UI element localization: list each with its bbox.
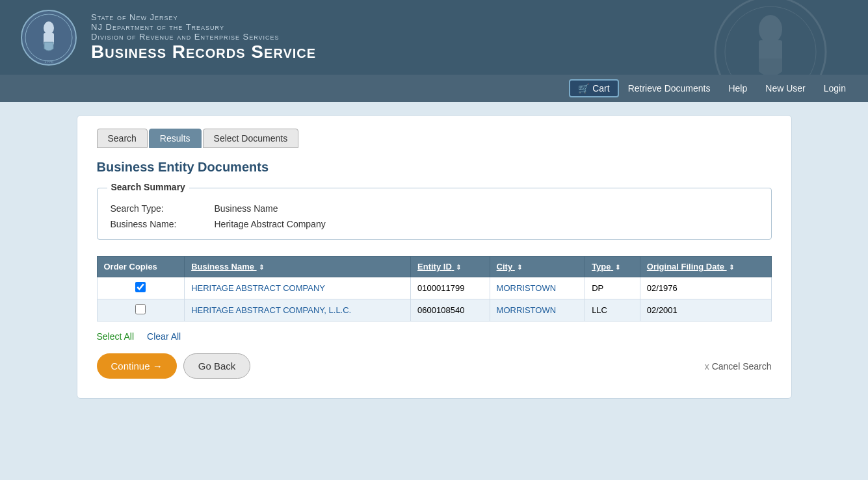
- select-clear-row: Select All Clear All: [97, 331, 772, 342]
- svg-point-2: [44, 21, 54, 34]
- header-line2: NJ Department of the Treasury: [91, 22, 316, 32]
- business-name-cell[interactable]: HERITAGE ABSTRACT COMPANY, L.L.C.: [185, 299, 411, 322]
- header-watermark: [712, 0, 829, 75]
- continue-button[interactable]: Continue →: [97, 353, 177, 379]
- cancel-x-icon: x: [705, 361, 709, 372]
- navbar: 🛒 Cart Retrieve Documents Help New User …: [0, 75, 868, 102]
- tab-select-documents[interactable]: Select Documents: [203, 129, 299, 148]
- city-sort-icon: ⇕: [517, 264, 522, 271]
- nj-seal: 1776: [20, 8, 78, 67]
- svg-point-7: [759, 15, 782, 44]
- order-copies-cell[interactable]: [97, 277, 185, 299]
- header-line3: Division of Revenue and Enterprise Servi…: [91, 32, 316, 42]
- main-content: Search Results Select Documents Business…: [0, 102, 868, 412]
- page-title: Business Entity Documents: [97, 160, 772, 175]
- select-all-link[interactable]: Select All: [97, 331, 135, 342]
- type-cell: DP: [585, 277, 640, 299]
- entity-id-sort-icon: ⇕: [456, 264, 461, 271]
- cart-label: Cart: [592, 83, 609, 94]
- retrieve-documents-link[interactable]: Retrieve Documents: [619, 83, 720, 94]
- tab-search[interactable]: Search: [97, 129, 148, 148]
- summary-name-row: Business Name: Heritage Abstract Company: [111, 219, 758, 229]
- new-user-link[interactable]: New User: [756, 83, 814, 94]
- col-header-order-copies: Order Copies: [97, 257, 185, 277]
- cancel-search-container: xCancel Search: [705, 360, 772, 372]
- city-cell[interactable]: MORRISTOWN: [490, 299, 585, 322]
- summary-name-value: Heritage Abstract Company: [215, 219, 326, 229]
- summary-type-row: Search Type: Business Name: [111, 203, 758, 214]
- col-header-business-name[interactable]: Business Name ⇕: [185, 257, 411, 277]
- cancel-search-link[interactable]: xCancel Search: [705, 361, 772, 372]
- order-copies-checkbox[interactable]: [135, 304, 146, 314]
- header-text-block: State of New Jersey NJ Department of the…: [91, 12, 316, 62]
- tab-results[interactable]: Results: [149, 129, 202, 148]
- city-sort-link[interactable]: City: [497, 262, 515, 272]
- site-header: 1776 State of New Jersey NJ Department o…: [0, 0, 868, 75]
- action-left: Continue → Go Back: [97, 353, 251, 379]
- type-sort-icon: ⇕: [615, 264, 620, 271]
- login-link[interactable]: Login: [815, 83, 855, 94]
- col-header-city[interactable]: City ⇕: [490, 257, 585, 277]
- filing-date-cell: 02/1976: [640, 277, 771, 299]
- go-back-button[interactable]: Go Back: [183, 353, 251, 379]
- business-name-link[interactable]: HERITAGE ABSTRACT COMPANY, L.L.C.: [191, 305, 351, 315]
- type-sort-link[interactable]: Type: [592, 262, 613, 272]
- filing-date-cell: 02/2001: [640, 299, 771, 322]
- city-link[interactable]: MORRISTOWN: [497, 305, 556, 315]
- summary-name-label: Business Name:: [111, 219, 215, 229]
- order-copies-cell[interactable]: [97, 299, 185, 322]
- table-row: HERITAGE ABSTRACT COMPANY0100011799MORRI…: [97, 277, 771, 299]
- col-header-filing-date[interactable]: Original Filing Date ⇕: [640, 257, 771, 277]
- clear-all-link[interactable]: Clear All: [147, 331, 181, 342]
- search-summary: Search Summary Search Type: Business Nam…: [97, 188, 772, 240]
- content-box: Search Results Select Documents Business…: [77, 115, 792, 399]
- business-name-cell[interactable]: HERITAGE ABSTRACT COMPANY: [185, 277, 411, 299]
- header-line4: Business Records Service: [91, 42, 316, 62]
- summary-type-value: Business Name: [215, 203, 278, 214]
- header-line1: State of New Jersey: [91, 12, 316, 22]
- entity-id-cell: 0600108540: [411, 299, 490, 322]
- search-summary-legend: Search Summary: [107, 182, 189, 192]
- filing-date-sort-link[interactable]: Original Filing Date: [647, 262, 727, 272]
- business-name-link[interactable]: HERITAGE ABSTRACT COMPANY: [191, 283, 325, 293]
- action-row: Continue → Go Back xCancel Search: [97, 353, 772, 379]
- col-header-entity-id[interactable]: Entity ID ⇕: [411, 257, 490, 277]
- cart-icon: 🛒: [578, 83, 589, 94]
- business-name-sort-icon: ⇕: [259, 264, 264, 271]
- order-copies-checkbox[interactable]: [135, 282, 146, 292]
- business-name-sort-link[interactable]: Business Name: [191, 262, 256, 272]
- filing-date-sort-icon: ⇕: [729, 264, 734, 271]
- type-cell: LLC: [585, 299, 640, 322]
- tab-bar: Search Results Select Documents: [97, 129, 772, 148]
- city-link[interactable]: MORRISTOWN: [497, 283, 556, 293]
- summary-type-label: Search Type:: [111, 203, 215, 214]
- results-table: Order Copies Business Name ⇕ Entity ID ⇕: [97, 256, 772, 322]
- cart-button[interactable]: 🛒 Cart: [569, 79, 618, 97]
- table-header-row: Order Copies Business Name ⇕ Entity ID ⇕: [97, 257, 771, 277]
- col-header-type[interactable]: Type ⇕: [585, 257, 640, 277]
- city-cell[interactable]: MORRISTOWN: [490, 277, 585, 299]
- entity-id-sort-link[interactable]: Entity ID: [417, 262, 454, 272]
- entity-id-cell: 0100011799: [411, 277, 490, 299]
- help-link[interactable]: Help: [719, 83, 756, 94]
- svg-text:1776: 1776: [44, 59, 54, 64]
- table-row: HERITAGE ABSTRACT COMPANY, L.L.C.0600108…: [97, 299, 771, 322]
